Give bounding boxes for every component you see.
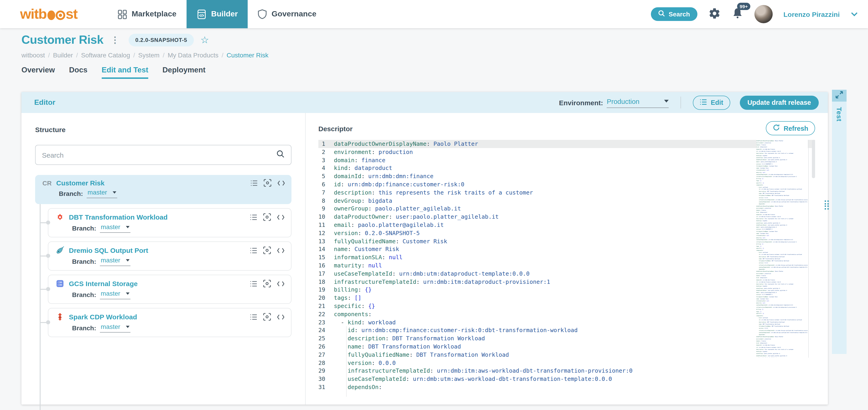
nav-label: Builder — [211, 9, 238, 19]
vertical-scrollbar[interactable] — [812, 140, 815, 178]
focus-icon[interactable] — [263, 313, 271, 321]
root-name[interactable]: Customer Risk — [56, 179, 104, 187]
settings-button[interactable] — [708, 7, 720, 21]
notification-badge: 99+ — [737, 3, 750, 10]
code-line: 28 version: 0.0.0 — [318, 359, 815, 367]
user-avatar[interactable] — [754, 5, 772, 23]
nav-label: Marketplace — [132, 9, 177, 19]
descriptor-code-editor[interactable]: 1dataProductOwnerDisplayName: Paolo Plat… — [318, 140, 815, 397]
code-line: 4kind: dataproduct — [318, 164, 815, 172]
focus-icon[interactable] — [263, 213, 271, 221]
user-menu-chevron-down-icon[interactable] — [851, 10, 858, 18]
favorite-star-icon[interactable]: ☆ — [200, 34, 209, 45]
refresh-icon — [773, 124, 780, 133]
global-search-button[interactable]: Search — [651, 7, 697, 21]
list-icon[interactable] — [250, 247, 257, 253]
breadcrumb-item[interactable]: witboost — [22, 52, 45, 59]
builder-icon — [196, 9, 207, 20]
tab-test[interactable]: Test — [835, 107, 843, 122]
code-icon[interactable] — [277, 280, 285, 287]
code-line: 17useCaseTemplateId: urn:dmb:utm:datapro… — [318, 270, 815, 278]
code-line: 16maturity: null — [318, 262, 815, 270]
tree-dot — [46, 287, 50, 291]
witboost-logo[interactable]: witbst — [20, 6, 77, 22]
nav-governance[interactable]: Governance — [248, 0, 327, 28]
gcs-icon — [56, 279, 64, 288]
list-icon[interactable] — [250, 280, 257, 287]
branch-select[interactable]: master — [87, 189, 117, 198]
editor-body: Structure CR Customer Risk — [22, 113, 828, 405]
nav-label: Governance — [272, 9, 316, 19]
notifications-button[interactable]: 99+ — [732, 7, 743, 22]
refresh-button[interactable]: Refresh — [766, 121, 815, 135]
list-icon[interactable] — [250, 180, 258, 186]
edit-button[interactable]: Edit — [693, 96, 730, 109]
component-card[interactable]: Spark CDP Workload — [48, 308, 291, 337]
code-line: 14name: Customer Risk — [318, 245, 815, 253]
tab-overview[interactable]: Overview — [22, 66, 55, 79]
chevron-down-icon — [126, 326, 129, 328]
environment-select[interactable]: Production — [607, 97, 669, 108]
code-icon[interactable] — [277, 314, 285, 320]
nav-marketplace[interactable]: Marketplace — [107, 0, 187, 28]
code-icon[interactable] — [277, 214, 285, 220]
tree-root-customer-risk[interactable]: CR Customer Risk — [35, 175, 291, 204]
component-card[interactable]: Dremio SQL Output Port — [48, 241, 291, 271]
tab-docs[interactable]: Docs — [69, 66, 88, 79]
chevron-down-icon — [126, 259, 129, 261]
panel-resize-handle[interactable] — [825, 200, 829, 209]
logo-text-prefix: witb — [20, 6, 46, 22]
branch-value: master — [101, 223, 120, 231]
branch-label: Branch: — [72, 258, 96, 265]
node-actions — [250, 246, 285, 254]
title-kebab-menu-icon[interactable]: ⋮ — [109, 35, 121, 45]
code-line: 13fullyQualifiedName: Customer Risk — [318, 237, 815, 245]
structure-search-input[interactable] — [42, 151, 276, 159]
expand-test-panel-button[interactable] — [832, 90, 846, 102]
breadcrumb-item[interactable]: Customer Risk — [227, 52, 269, 59]
branch-value: master — [101, 323, 120, 330]
branch-value: master — [88, 189, 107, 196]
focus-icon[interactable] — [263, 246, 271, 254]
tab-deployment[interactable]: Deployment — [162, 66, 206, 79]
code-line: 20tags: [] — [318, 294, 815, 302]
component-name[interactable]: Spark CDP Workload — [69, 313, 137, 321]
breadcrumb-item[interactable]: System — [138, 52, 159, 59]
app-header: witbst Marketplace — [0, 0, 868, 28]
breadcrumb-separator: / — [163, 52, 164, 59]
search-icon[interactable] — [276, 150, 285, 160]
nav-builder[interactable]: Builder — [187, 0, 248, 28]
code-line: 2environment: production — [318, 148, 815, 156]
node-actions — [250, 179, 285, 187]
branch-select[interactable]: master — [100, 223, 130, 233]
search-label: Search — [669, 10, 690, 18]
code-line: 21specific: {} — [318, 302, 815, 310]
tab-edit-and-test[interactable]: Edit and Test — [102, 66, 149, 79]
structure-title: Structure — [35, 126, 291, 134]
list-icon[interactable] — [250, 314, 257, 320]
component-name[interactable]: GCS Internal Storage — [69, 280, 138, 287]
editor-toolbar-right: Environment: Production Edit Update dr — [559, 96, 819, 109]
component-card[interactable]: GCS Internal Storage — [48, 275, 291, 304]
focus-icon[interactable] — [264, 179, 271, 187]
branch-select[interactable]: master — [100, 290, 130, 299]
component-name[interactable]: DBT Transformation Workload — [69, 213, 167, 221]
minimap[interactable]: dataProductOwnerDisplayName: Paolo Platt… — [756, 140, 808, 357]
branch-select[interactable]: master — [100, 323, 130, 333]
title-row: Customer Risk ⋮ 0.2.0-SNAPSHOT-5 ☆ — [22, 33, 209, 47]
component-card[interactable]: DBT Transformation Workload — [48, 208, 291, 237]
indent-guide — [346, 326, 347, 397]
list-icon — [700, 99, 707, 106]
code-icon[interactable] — [277, 180, 285, 186]
expand-icon — [835, 91, 843, 100]
breadcrumb-item[interactable]: My Data Products — [167, 52, 218, 59]
branch-select[interactable]: master — [100, 257, 130, 266]
breadcrumb-item[interactable]: Builder — [53, 52, 73, 59]
focus-icon[interactable] — [263, 280, 271, 287]
component-name[interactable]: Dremio SQL Output Port — [69, 246, 148, 254]
breadcrumb-item[interactable]: Software Catalog — [81, 52, 130, 59]
update-draft-release-button[interactable]: Update draft release — [740, 96, 819, 109]
list-icon[interactable] — [250, 214, 257, 220]
editor-toolbar: Editor Environment: Production Edit — [22, 92, 828, 113]
code-icon[interactable] — [277, 247, 285, 253]
